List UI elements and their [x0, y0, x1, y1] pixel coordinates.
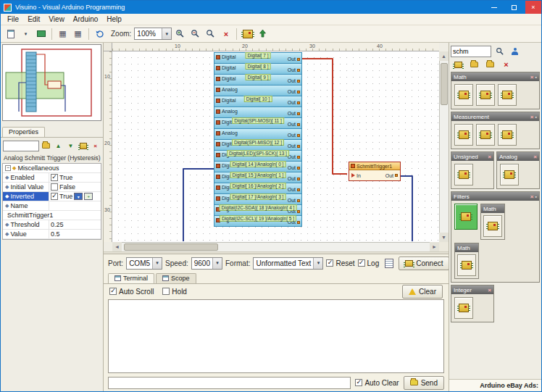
terminal-tab[interactable]: Scope — [156, 273, 196, 283]
component-tile[interactable] — [454, 84, 473, 106]
new-project-button[interactable] — [4, 27, 17, 41]
property-value-cell[interactable]: False ▾ + — [49, 183, 101, 191]
category-header[interactable]: Analog × — [497, 152, 539, 161]
canvas-horizontal-scrollbar[interactable]: ◄ ► — [112, 242, 439, 251]
component-header[interactable]: SchmittTrigger1 — [349, 162, 400, 170]
log-checkbox-group[interactable]: Log — [358, 259, 380, 267]
palette-collapse-all-button[interactable] — [483, 58, 497, 72]
select-board-button[interactable] — [34, 27, 48, 41]
maximize-button[interactable] — [506, 1, 522, 14]
reset-checkbox-group[interactable]: Reset — [326, 259, 354, 267]
component-tile[interactable] — [476, 124, 495, 146]
sort-descending-button[interactable]: ▼ — [65, 141, 76, 151]
menu-item[interactable]: Arduino — [69, 14, 102, 24]
component-out-port[interactable]: Out — [385, 173, 398, 178]
pin-out-port[interactable]: Out — [288, 198, 300, 203]
component-in-port[interactable]: In — [351, 173, 361, 178]
pin-out-port[interactable]: Out — [288, 187, 300, 192]
connect-button[interactable]: Connect — [399, 257, 449, 270]
menu-item[interactable]: File — [3, 14, 23, 24]
palette-search-button[interactable] — [493, 45, 506, 59]
autoclear-checkbox-group[interactable]: Auto Clear — [355, 379, 399, 387]
tab-properties[interactable]: Properties — [2, 127, 45, 137]
property-value-cell[interactable]: ▾ + — [49, 201, 101, 210]
categorized-view-button[interactable] — [41, 141, 51, 151]
component-tile[interactable] — [454, 164, 473, 185]
category-close-icon[interactable]: × — [530, 114, 534, 120]
pin-out-port[interactable]: Out — [288, 176, 300, 181]
property-value-cell[interactable]: True ▾ + — [49, 192, 101, 201]
terminal-tab[interactable]: Terminal — [108, 273, 154, 283]
board-preview-minimap[interactable] — [2, 44, 101, 121]
pin-out-port[interactable]: Out — [288, 111, 300, 116]
expander-icon[interactable]: − — [5, 165, 11, 171]
wire-red[interactable] — [302, 59, 347, 174]
category-pin-icon[interactable]: ▪ — [535, 194, 537, 199]
properties-filter-input[interactable] — [3, 141, 39, 151]
wire-blue-left[interactable] — [183, 169, 214, 241]
arduino-pin-block[interactable]: Analog Out — [214, 107, 302, 118]
component-tile[interactable] — [483, 215, 502, 237]
new-project-dropdown[interactable]: ▾ — [19, 27, 33, 41]
autoclear-checkbox[interactable] — [355, 379, 362, 386]
category-header[interactable]: Math — [455, 243, 478, 252]
arduino-pin-block[interactable]: Digital Digital[ 15 ]/AnalogIn[ 1 ] Out — [214, 172, 302, 183]
arduino-pin-block[interactable]: Digital Digital[ 10 ] Out — [214, 96, 302, 107]
property-row[interactable]: − ◆ Threshold 0.25 ▾ + — [3, 220, 101, 230]
speed-select[interactable]: 9600 ▾ — [191, 257, 222, 270]
property-row[interactable]: − ◆ Miscellaneous ▾ + — [3, 164, 101, 173]
sort-ascending-button[interactable]: ▲ — [53, 141, 64, 151]
pin-out-port[interactable]: Out — [288, 133, 300, 138]
toggle-components-button[interactable]: ▦ — [71, 27, 85, 41]
send-input[interactable] — [108, 377, 351, 389]
hold-checkbox-group[interactable]: Hold — [162, 288, 187, 296]
category-header[interactable]: Measurement × ▪ — [451, 112, 539, 121]
design-canvas[interactable]: Digital Digital[ 7 ] Out Digital — [112, 51, 439, 242]
property-value-cell[interactable]: True ▾ + — [49, 173, 101, 182]
autoscroll-checkbox-group[interactable]: Auto Scroll — [109, 288, 154, 296]
zoom-in-button[interactable] — [173, 27, 187, 41]
property-value-cell[interactable]: 0.25 ▾ + — [49, 220, 101, 229]
zoom-out-button[interactable] — [188, 27, 202, 41]
arduino-pin-block[interactable]: Digital Digital[ 14 ]/AnalogIn[ 0 ] Out — [214, 161, 302, 172]
palette-expand-all-button[interactable] — [467, 58, 481, 72]
arduino-pin-block[interactable]: Digital Digital[ 9 ] Out — [214, 74, 302, 86]
palette-clear-search-button[interactable]: × — [499, 58, 513, 72]
vertical-scroll-thumb[interactable] — [441, 63, 448, 105]
menu-item[interactable]: Help — [102, 14, 126, 24]
horizontal-scroll-thumb[interactable] — [124, 243, 218, 251]
menu-item[interactable]: View — [44, 14, 69, 24]
port-select[interactable]: COM5 ▾ — [126, 257, 162, 270]
clear-button[interactable]: Clear — [402, 285, 443, 299]
toggle-grid-button[interactable]: ▦ — [56, 27, 70, 41]
pin-out-port[interactable]: Out — [288, 154, 300, 159]
pin-out-port[interactable]: Out — [288, 67, 300, 72]
property-checkbox[interactable] — [51, 183, 58, 191]
property-row[interactable]: − ◆ Initial Value False ▾ + — [3, 183, 101, 192]
category-header[interactable]: Math × ▪ — [451, 72, 539, 81]
arduino-pin-block[interactable]: Digital Digital(SPI-MISO)[ 12 ] Out — [214, 139, 302, 151]
property-checkbox[interactable] — [51, 193, 58, 200]
category-header[interactable]: Integer × — [451, 285, 493, 294]
palette-add-component-button[interactable] — [451, 58, 465, 72]
log-checkbox[interactable] — [358, 259, 365, 267]
arduino-pin-block[interactable]: Digital Digital(I2C-SCL)[ 19 ]/AnalogIn[… — [214, 215, 302, 227]
arduino-pin-block[interactable]: Digital Digital[ 8 ] Out — [214, 63, 302, 75]
hold-checkbox[interactable] — [162, 288, 170, 295]
component-tile[interactable] — [498, 84, 517, 106]
scroll-up-button[interactable]: ▲ — [439, 51, 449, 61]
arduino-pin-block[interactable]: Digital Digital(I2C-SDA)[ 18 ]/AnalogIn[… — [214, 204, 302, 216]
property-checkbox[interactable] — [51, 174, 58, 181]
property-row[interactable]: − ◆ Name ▾ + — [3, 201, 101, 211]
property-settings-button[interactable] — [78, 141, 88, 151]
wire-blue-right[interactable] — [401, 176, 412, 241]
pin-out-port[interactable]: Out — [288, 57, 300, 62]
pin-out-port[interactable]: Out — [288, 143, 300, 149]
property-row[interactable]: − ◆ Value 0.5 ▾ + — [3, 230, 101, 239]
property-more-button[interactable]: + — [84, 193, 93, 200]
palette-wizard-button[interactable] — [508, 45, 522, 59]
component-tile[interactable] — [500, 164, 519, 185]
category-pin-icon[interactable]: ▪ — [535, 75, 537, 80]
pin-out-port[interactable]: Out — [288, 165, 300, 170]
arduino-pin-block[interactable]: Analog Out — [214, 85, 302, 96]
